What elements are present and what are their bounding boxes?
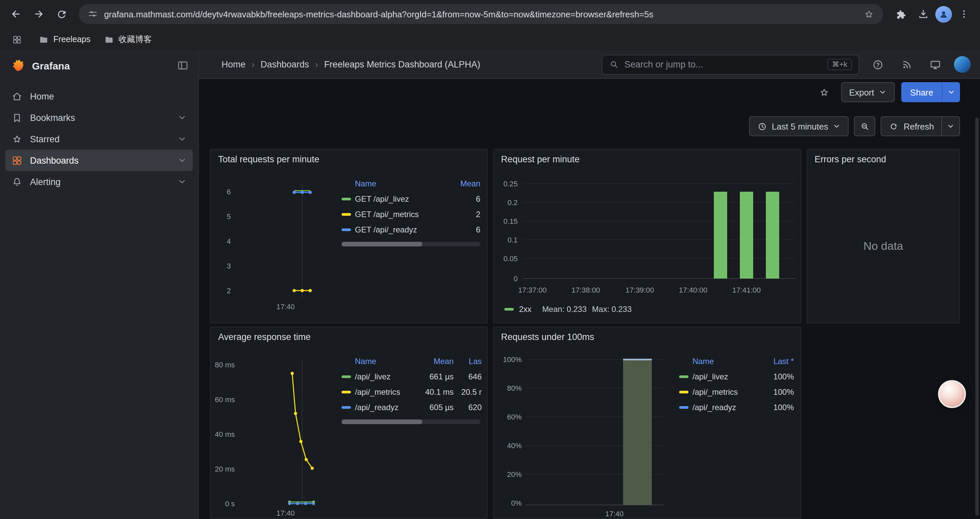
grid-icon <box>12 34 22 45</box>
legend-header-name[interactable]: Name <box>355 357 415 366</box>
panel-title[interactable]: Request per minute <box>501 154 580 164</box>
legend-header-name[interactable]: Name <box>692 357 762 366</box>
svg-text:100%: 100% <box>503 355 522 364</box>
help-icon[interactable]: ? <box>868 54 888 75</box>
assistant-avatar[interactable] <box>938 380 966 408</box>
panel-request-per-minute: Request per minute 0.25 0.2 0.15 0.1 0.0… <box>493 149 801 323</box>
browser-back-button[interactable] <box>5 3 27 25</box>
scrollbar-thumb[interactable] <box>342 420 422 424</box>
grafana-sidenav: Grafana Home Bookmarks Starred <box>0 51 199 519</box>
url-bar[interactable]: grafana.mathmast.com/d/deytv4rwavabkb/fr… <box>79 4 883 24</box>
zoom-out-icon[interactable] <box>854 116 876 136</box>
legend-header-last[interactable]: Last * <box>762 357 794 366</box>
panel-title[interactable]: Requests under 100ms <box>501 332 594 342</box>
series-color-swatch <box>342 390 351 393</box>
legend-row[interactable]: /api/_metrics 100% <box>679 384 794 399</box>
y-axis: 80 ms 60 ms 40 ms 20 ms 0 s <box>215 361 235 508</box>
sidebar-item-home[interactable]: Home <box>5 86 193 107</box>
refresh-label: Refresh <box>904 121 934 131</box>
browser-profile-avatar[interactable] <box>935 6 952 22</box>
chevron-down-icon[interactable] <box>177 134 187 144</box>
legend-scrollbar[interactable] <box>342 420 480 424</box>
chevron-down-icon[interactable] <box>177 113 187 122</box>
user-avatar[interactable] <box>954 56 970 73</box>
share-button[interactable]: Share <box>902 82 942 102</box>
legend-header-name[interactable]: Name <box>355 179 448 188</box>
bookmark-star-icon[interactable] <box>863 8 875 20</box>
svg-text:0.15: 0.15 <box>503 217 518 225</box>
favorite-star-icon[interactable] <box>814 82 834 102</box>
svg-text:0: 0 <box>514 275 518 283</box>
series-livez-line <box>288 501 315 504</box>
refresh-interval-caret[interactable] <box>942 116 960 136</box>
browser-window: grafana.mathmast.com/d/deytv4rwavabkb/fr… <box>0 0 980 519</box>
time-range-label: Last 5 minutes <box>772 121 828 131</box>
y-axis: 0.25 0.2 0.15 0.1 0.05 0 <box>503 180 518 283</box>
time-range-picker[interactable]: Last 5 minutes <box>749 116 849 136</box>
breadcrumb-dashboards[interactable]: Dashboards <box>261 59 309 69</box>
svg-text:17:38:00: 17:38:00 <box>571 286 600 294</box>
back-arrow-icon <box>10 8 22 20</box>
svg-text:0.05: 0.05 <box>503 254 518 263</box>
grafana-main: Home › Dashboards › Freeleaps Metrics Da… <box>199 51 980 519</box>
series-color-swatch <box>679 390 689 393</box>
sidebar-toggle-icon[interactable] <box>177 59 189 72</box>
apps-grid-icon[interactable] <box>8 31 25 48</box>
downloads-icon[interactable] <box>913 3 934 25</box>
chevron-down-icon <box>879 88 887 96</box>
sidebar-item-starred[interactable]: Starred <box>5 128 193 150</box>
bookmark-folder-blog[interactable]: 收藏博客 <box>104 34 152 45</box>
legend-header-mean[interactable]: Mean <box>448 179 480 188</box>
legend-series-name[interactable]: 2xx <box>519 305 531 314</box>
series-color-swatch <box>679 375 689 378</box>
panel-errors-per-second: Errors per second No data <box>807 149 960 323</box>
sidebar-item-label: Alerting <box>30 177 61 187</box>
panel-title[interactable]: Errors per second <box>815 154 886 164</box>
bookmark-folder-freeleaps[interactable]: Freeleaps <box>39 34 91 45</box>
legend-row[interactable]: /api/_livez 100% <box>679 369 794 384</box>
chevron-down-icon[interactable] <box>177 177 187 186</box>
panel-average-response-time: Average response time 80 ms 60 ms 40 ms … <box>210 327 488 519</box>
sidebar-item-bookmarks[interactable]: Bookmarks <box>5 107 193 128</box>
browser-reload-button[interactable] <box>51 3 72 25</box>
legend-row[interactable]: /api/_readyz 605 µs 620 <box>342 399 482 415</box>
share-dropdown-caret[interactable] <box>942 82 960 102</box>
legend-row[interactable]: /api/_metrics 40.1 ms 20.5 r <box>342 384 482 399</box>
browser-menu-icon[interactable] <box>953 3 975 25</box>
person-icon <box>938 8 949 20</box>
url-text: grafana.mathmast.com/d/deytv4rwavabkb/fr… <box>104 9 857 19</box>
series-2xx-bars <box>714 192 779 278</box>
search-input[interactable]: Search or jump to... ⌘+k <box>602 54 859 75</box>
clock-icon <box>757 121 767 131</box>
svg-text:80 ms: 80 ms <box>215 361 235 369</box>
panel-title[interactable]: Average response time <box>218 332 310 342</box>
y-axis: 6 5 4 3 2 <box>227 188 231 295</box>
legend-header-mean[interactable]: Mean <box>415 357 453 366</box>
legend-header-last[interactable]: Las <box>453 357 482 366</box>
legend-row[interactable]: GET /api/_readyz 6 <box>342 222 480 237</box>
export-button[interactable]: Export <box>841 82 895 102</box>
grafana-logo[interactable] <box>10 57 25 73</box>
refresh-button[interactable]: Refresh <box>881 116 942 136</box>
share-label: Share <box>910 87 933 97</box>
bookmark-icon <box>11 112 23 123</box>
extensions-icon[interactable] <box>890 3 911 25</box>
legend-row[interactable]: /api/_readyz 100% <box>679 399 794 415</box>
breadcrumb-home[interactable]: Home <box>221 59 245 69</box>
sidebar-item-dashboards[interactable]: Dashboards <box>5 150 193 171</box>
display-icon[interactable] <box>925 54 945 75</box>
legend-row[interactable]: GET /api/_livez 6 <box>342 191 480 206</box>
svg-text:17:39:00: 17:39:00 <box>625 286 654 294</box>
browser-forward-button[interactable] <box>28 3 49 25</box>
legend-row[interactable]: /api/_livez 661 µs 646 <box>342 369 482 384</box>
total-requests-chart: 6 5 4 3 2 <box>215 171 342 313</box>
scrollbar-thumb[interactable] <box>342 242 422 246</box>
sidebar-item-alerting[interactable]: Alerting <box>5 171 193 192</box>
news-rss-icon[interactable] <box>897 54 916 75</box>
page-scrollbar[interactable] <box>975 118 978 516</box>
legend-row[interactable]: GET /api/_metrics 2 <box>342 206 480 222</box>
legend-scrollbar[interactable] <box>342 242 480 246</box>
panel-title[interactable]: Total requests per minute <box>218 154 319 164</box>
site-info-icon[interactable] <box>88 9 98 19</box>
chevron-down-icon[interactable] <box>177 156 187 165</box>
